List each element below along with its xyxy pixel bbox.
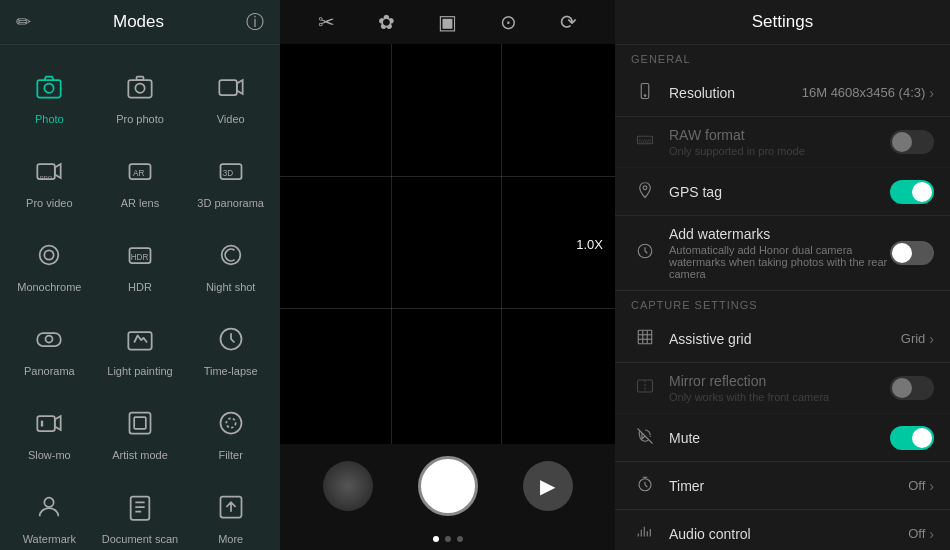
settings-row-timer[interactable]: TimerOff› [615, 462, 950, 510]
settings-content: GENERALResolution16M 4608x3456 (4:3)›RAW… [615, 45, 950, 550]
modes-title: Modes [31, 12, 246, 32]
settings-row-add-watermarks[interactable]: Add watermarksAutomatically add Honor du… [615, 216, 950, 291]
svg-rect-4 [136, 77, 143, 81]
hdr-label: HDR [128, 281, 152, 293]
svg-rect-23 [134, 417, 146, 429]
mode-item-filter[interactable]: Filter [185, 389, 276, 473]
gps-tag-toggle[interactable] [890, 180, 934, 204]
mode-item-document-scan[interactable]: Document scan [95, 473, 186, 550]
settings-row-audio-control[interactable]: Audio controlOff› [615, 510, 950, 550]
toolbar-aspect-icon[interactable]: ▣ [438, 10, 457, 34]
settings-row-resolution[interactable]: Resolution16M 4608x3456 (4:3)› [615, 69, 950, 117]
settings-row-mirror-reflection[interactable]: Mirror reflectionOnly works with the fro… [615, 363, 950, 414]
audio-control-icon [631, 523, 659, 545]
settings-row-raw-format[interactable]: RAWRAW formatOnly supported in pro mode [615, 117, 950, 168]
mode-item-pro-photo[interactable]: Pro photo [95, 53, 186, 137]
mirror-reflection-toggle-knob [892, 378, 912, 398]
resolution-icon [631, 82, 659, 104]
mode-item-more[interactable]: More [185, 473, 276, 550]
mirror-reflection-subtitle: Only works with the front camera [669, 391, 890, 403]
mode-item-watermark[interactable]: Watermark [4, 473, 95, 550]
svg-rect-35 [638, 330, 652, 344]
gps-tag-title: GPS tag [669, 184, 890, 200]
toolbar-scissors-icon[interactable]: ✂ [318, 10, 335, 34]
thumbnail-image [323, 461, 373, 511]
artist-mode-icon [118, 401, 162, 445]
light-painting-icon [118, 317, 162, 361]
toolbar-exposure-icon[interactable]: ⊙ [500, 10, 517, 34]
assistive-grid-content: Assistive grid [669, 331, 901, 347]
svg-rect-19 [128, 332, 151, 350]
mute-icon [631, 427, 659, 449]
svg-text:AR: AR [133, 169, 144, 178]
mode-item-time-lapse[interactable]: Time-lapse [185, 305, 276, 389]
edit-icon[interactable]: ✏ [16, 11, 31, 33]
thumbnail-preview[interactable] [323, 461, 373, 511]
settings-row-mute[interactable]: Mute [615, 414, 950, 462]
info-icon[interactable]: ⓘ [246, 10, 264, 34]
svg-rect-5 [219, 80, 237, 95]
time-lapse-label: Time-lapse [204, 365, 258, 377]
add-watermarks-subtitle: Automatically add Honor dual camera wate… [669, 244, 890, 280]
3d-panorama-icon: 3D [209, 149, 253, 193]
mode-item-light-painting[interactable]: Light painting [95, 305, 186, 389]
svg-text:RAW: RAW [639, 138, 651, 144]
svg-point-26 [45, 498, 54, 507]
toolbar-flower-icon[interactable]: ✿ [378, 10, 395, 34]
modes-header: ✏ Modes ⓘ [0, 0, 280, 45]
mode-item-pro-video[interactable]: PROPro video [4, 137, 95, 221]
gps-tag-icon [631, 181, 659, 203]
assistive-grid-icon [631, 328, 659, 350]
mode-item-video[interactable]: Video [185, 53, 276, 137]
zoom-label: 1.0X [576, 237, 603, 252]
svg-point-12 [40, 246, 59, 265]
svg-point-13 [45, 250, 54, 259]
resolution-value: 16M 4608x3456 (4:3) [802, 85, 926, 100]
raw-format-icon: RAW [631, 131, 659, 153]
monochrome-icon [27, 233, 71, 277]
mode-item-3d-panorama[interactable]: 3D3D panorama [185, 137, 276, 221]
grid-line-v1 [391, 44, 392, 444]
timer-content: Timer [669, 478, 908, 494]
shutter-inner [423, 461, 473, 511]
hdr-icon: HDR [118, 233, 162, 277]
camera-panel: ✂ ✿ ▣ ⊙ ⟳ 1.0X ▶ [280, 0, 615, 550]
modes-panel: ✏ Modes ⓘ PhotoPro photoVideoPROPro vide… [0, 0, 280, 550]
mode-item-photo[interactable]: Photo [4, 53, 95, 137]
add-watermarks-toggle[interactable] [890, 241, 934, 265]
mode-item-artist-mode[interactable]: Artist mode [95, 389, 186, 473]
slow-mo-icon [27, 401, 71, 445]
raw-format-title: RAW format [669, 127, 890, 143]
svg-rect-27 [131, 497, 150, 520]
pro-photo-icon [118, 65, 162, 109]
document-scan-label: Document scan [102, 533, 178, 545]
svg-point-1 [45, 84, 54, 93]
mute-title: Mute [669, 430, 890, 446]
mute-toggle[interactable] [890, 426, 934, 450]
mode-item-monochrome[interactable]: Monochrome [4, 221, 95, 305]
timer-title: Timer [669, 478, 908, 494]
add-watermarks-title: Add watermarks [669, 226, 890, 242]
settings-row-assistive-grid[interactable]: Assistive gridGrid› [615, 315, 950, 363]
mirror-reflection-title: Mirror reflection [669, 373, 890, 389]
raw-format-subtitle: Only supported in pro mode [669, 145, 890, 157]
shutter-button[interactable] [418, 456, 478, 516]
mode-item-slow-mo[interactable]: Slow-mo [4, 389, 95, 473]
settings-header: Settings [615, 0, 950, 45]
watermark-label: Watermark [23, 533, 76, 545]
video-record-button[interactable]: ▶ [523, 461, 573, 511]
night-shot-label: Night shot [206, 281, 256, 293]
filter-label: Filter [218, 449, 242, 461]
assistive-grid-title: Assistive grid [669, 331, 901, 347]
modes-grid: PhotoPro photoVideoPROPro videoARAR lens… [0, 45, 280, 550]
settings-row-gps-tag[interactable]: GPS tag [615, 168, 950, 216]
panorama-label: Panorama [24, 365, 75, 377]
photo-label: Photo [35, 113, 64, 125]
mode-item-panorama[interactable]: Panorama [4, 305, 95, 389]
mode-item-ar-lens[interactable]: ARAR lens [95, 137, 186, 221]
svg-point-30 [644, 94, 646, 96]
mode-item-hdr[interactable]: HDRHDR [95, 221, 186, 305]
mode-item-night-shot[interactable]: Night shot [185, 221, 276, 305]
svg-text:PRO: PRO [40, 175, 53, 181]
toolbar-flip-icon[interactable]: ⟳ [560, 10, 577, 34]
